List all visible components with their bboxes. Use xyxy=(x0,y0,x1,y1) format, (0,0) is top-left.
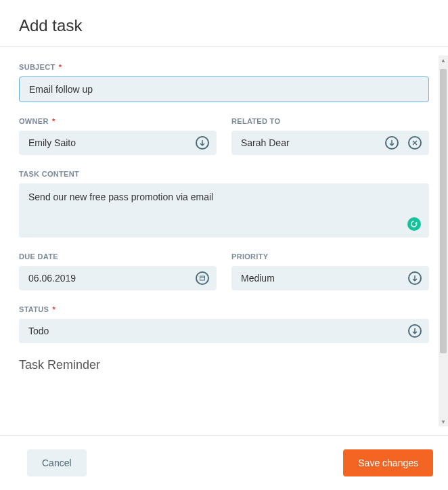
due-date-value: 06.06.2019 xyxy=(28,273,76,284)
task-content-label-text: TASK CONTENT xyxy=(19,170,79,178)
priority-select[interactable]: Medium xyxy=(231,266,429,290)
due-date-label-text: DUE DATE xyxy=(19,252,58,261)
form-scroll-area: SUBJECT * OWNER * Emily Saito xyxy=(0,47,448,418)
scroll-up-arrow[interactable]: ▲ xyxy=(439,55,448,65)
subject-input[interactable] xyxy=(19,76,429,102)
owner-label-text: OWNER xyxy=(19,117,49,125)
related-to-select[interactable]: Sarah Dear xyxy=(231,131,429,155)
calendar-icon[interactable] xyxy=(195,271,210,286)
status-select[interactable]: Todo xyxy=(19,319,429,343)
grammarly-icon[interactable] xyxy=(407,217,421,231)
dropdown-icon[interactable] xyxy=(407,271,422,286)
task-content-input[interactable] xyxy=(28,192,420,202)
priority-label-text: PRIORITY xyxy=(231,252,268,261)
subject-label-text: SUBJECT xyxy=(19,63,55,71)
related-to-value: Sarah Dear xyxy=(241,137,290,148)
task-reminder-section-title: Task Reminder xyxy=(19,358,429,372)
subject-label: SUBJECT * xyxy=(19,63,429,71)
task-content-label: TASK CONTENT xyxy=(19,170,429,178)
status-label-text: STATUS xyxy=(19,305,49,313)
dropdown-icon[interactable] xyxy=(407,324,422,338)
priority-label: PRIORITY xyxy=(231,252,429,261)
save-button[interactable]: Save changes xyxy=(343,449,433,476)
owner-select[interactable]: Emily Saito xyxy=(19,131,217,155)
svg-rect-0 xyxy=(200,276,205,280)
dropdown-icon[interactable] xyxy=(384,135,399,150)
required-marker: * xyxy=(53,305,56,313)
status-value: Todo xyxy=(28,326,49,336)
owner-label: OWNER * xyxy=(19,117,217,125)
required-marker: * xyxy=(59,63,62,71)
scroll-down-arrow[interactable]: ▼ xyxy=(439,417,448,426)
vertical-scrollbar[interactable]: ▲ ▼ xyxy=(439,55,448,426)
status-label: STATUS * xyxy=(19,305,429,313)
required-marker: * xyxy=(52,117,55,125)
page-title: Add task xyxy=(19,16,429,35)
priority-value: Medium xyxy=(241,273,275,284)
scrollbar-thumb[interactable] xyxy=(440,69,447,353)
due-date-label: DUE DATE xyxy=(19,252,217,261)
owner-value: Emily Saito xyxy=(28,137,76,148)
dropdown-icon[interactable] xyxy=(195,135,210,150)
cancel-button[interactable]: Cancel xyxy=(27,449,87,476)
related-to-label-text: RELATED TO xyxy=(231,117,280,125)
clear-icon[interactable] xyxy=(407,135,422,150)
related-to-label: RELATED TO xyxy=(231,117,429,125)
due-date-input[interactable]: 06.06.2019 xyxy=(19,266,217,290)
